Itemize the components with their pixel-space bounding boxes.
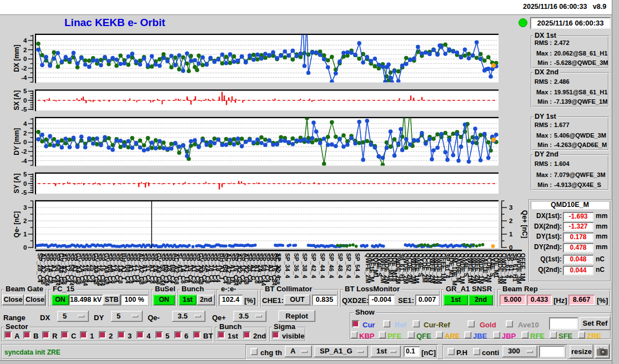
svg-text:2: 2 [509,218,512,224]
svg-text:3: 3 [509,204,512,211]
svg-text:2: 2 [23,47,27,53]
svg-text:4: 4 [23,37,27,44]
svg-text:2: 2 [23,130,27,136]
svg-text:SP_32_4: SP_32_4 [275,253,282,279]
svg-text:SP_38_4: SP_38_4 [301,253,308,279]
svg-text:QFFE_1M: QFFE_1M [520,253,526,281]
svg-text:2: 2 [23,218,27,224]
svg-text:SX [A]: SX [A] [13,90,21,110]
svg-text:0: 0 [23,55,27,62]
svg-text:5: 5 [23,171,27,178]
svg-text:0: 0 [23,139,27,145]
svg-text:SP_42_4: SP_42_4 [310,253,317,279]
svg-text:-5: -5 [21,189,27,196]
svg-text:SY [A]: SY [A] [13,174,21,194]
svg-text:DY [mm]: DY [mm] [13,128,21,155]
svg-text:-4: -4 [21,74,27,81]
svg-text:-2: -2 [21,148,27,155]
svg-text:Qe- [nC]: Qe- [nC] [13,211,21,237]
svg-text:SP_36_4: SP_36_4 [293,253,300,279]
svg-text:SP_44_4: SP_44_4 [319,253,326,279]
svg-text:3: 3 [23,204,27,211]
svg-text:0: 0 [23,180,27,187]
svg-text:SP_46_4: SP_46_4 [328,253,335,279]
svg-text:-2: -2 [21,65,27,72]
svg-text:SP_54_4: SP_54_4 [354,253,361,279]
svg-text:0: 0 [23,97,27,104]
svg-text:-4: -4 [21,158,27,164]
svg-text:SP_52_4: SP_52_4 [345,253,352,279]
svg-text:1: 1 [509,231,513,237]
svg-text:4: 4 [23,120,27,127]
svg-text:0: 0 [23,244,27,251]
svg-text:Qe+ [nC]: Qe+ [nC] [521,210,527,238]
svg-text:SP_48_4: SP_48_4 [337,253,344,279]
svg-text:-5: -5 [21,106,27,113]
svg-text:DX [mm]: DX [mm] [13,45,21,72]
svg-text:SP_34_4: SP_34_4 [284,253,291,279]
svg-text:5: 5 [23,88,27,94]
svg-text:1: 1 [23,231,27,237]
